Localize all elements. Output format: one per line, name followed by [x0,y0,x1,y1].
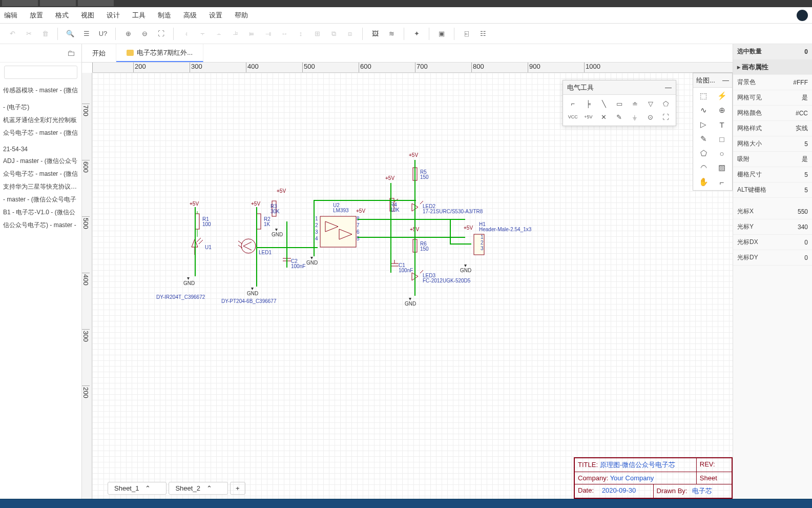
svg-line-6 [199,240,203,244]
menu-view[interactable]: 视图 [81,11,94,20]
chevron-up-icon[interactable]: ⌃ [206,484,212,492]
export-button[interactable]: ⍇ [460,27,474,41]
chevron-up-icon[interactable]: ⌃ [145,484,151,492]
menu-place[interactable]: 放置 [30,11,43,20]
dist-h-button[interactable]: ↔ [277,27,292,41]
cut-button[interactable]: ✂ [22,27,36,41]
menu-edit[interactable]: 编辑 [4,11,17,20]
sheet-tab-1[interactable]: Sheet_1⌃ [108,482,166,495]
tree-item[interactable]: 众号电子芯 - master - (微信 [0,127,81,139]
align-top-button[interactable]: ⫠ [212,27,226,41]
curve-tool-icon[interactable]: ∿ [694,103,713,117]
arc-tool-icon[interactable]: ◠ [694,160,713,175]
bom-button[interactable]: ▣ [434,27,449,41]
tab-start[interactable]: 开始 [82,44,116,62]
pan-tool-icon[interactable]: ✋ [694,175,713,189]
ruler-horizontal: 200 300 400 500 600 700 800 900 1000 [92,63,733,73]
sheet-tab-2[interactable]: Sheet_2⌃ [169,482,227,495]
menu-advanced[interactable]: 高级 [183,11,197,20]
update-button[interactable]: U? [96,27,110,41]
vcc-tool-icon[interactable]: VCC [565,110,580,124]
minimize-icon[interactable]: — [722,76,729,84]
ungroup-button[interactable]: ⧈ [343,27,357,41]
image-tool-icon[interactable]: ▨ [713,160,731,175]
zoom-out-button[interactable]: ⊖ [137,27,152,41]
zoom-fit-button[interactable]: ⛶ [154,27,168,41]
rect-tool-icon[interactable]: □ [713,132,731,146]
delete-button[interactable]: 🗑 [38,27,52,41]
menu-fabrication[interactable]: 制造 [158,11,171,20]
netport-tool-icon[interactable]: ▽ [642,97,658,110]
add-sheet-button[interactable]: + [230,482,245,495]
tree-item[interactable] [0,139,81,144]
grid-align-button[interactable]: ⊞ [310,27,324,41]
minimize-icon[interactable]: — [665,84,672,91]
layers-button[interactable]: ≋ [384,27,399,41]
gnd-tool-icon[interactable]: ⏚ [627,110,642,124]
noconnect-tool-icon[interactable]: ✕ [596,110,612,124]
schematic-canvas[interactable]: +5V +5V +5V +5V +5V +5V +5V +5V R1 100 U… [92,73,733,499]
junction-tool-icon[interactable]: ⊙ [642,110,658,124]
os-taskbar [0,499,812,508]
drawing-tools-panel[interactable]: 绘图... — ⬚ ⚡ ∿ ⊕ ▷ T ✎ □ ⬠ ○ ◠ [693,73,733,191]
electrical-tools-panel[interactable]: 电气工具 — ⌐ ╞ ╲ ▭ ≐ ▽ ⬠ VCC +5V ✕ ✎ [563,80,676,126]
project-tree[interactable]: 传感器模块 - master - (微信 - (电子芯) 机蓝牙通信全彩灯光控制… [0,82,81,499]
tree-item[interactable]: 众号电子芯 - master - (微信 [0,168,81,180]
project-search-input[interactable] [4,66,77,79]
text-tool-icon[interactable]: T [713,117,731,132]
star-button[interactable]: ✦ [409,27,424,41]
menu-help[interactable]: 帮助 [235,11,248,20]
canvas-area: 200 300 400 500 600 700 800 900 1000 700… [82,63,733,499]
netlabel-tool-icon[interactable]: ▭ [612,97,627,110]
polygon-tool-icon[interactable]: ⬠ [694,146,713,160]
folder-icon[interactable]: 🗀 [67,49,75,58]
undo-button[interactable]: ↶ [5,27,19,41]
menu-format[interactable]: 格式 [55,11,69,20]
tree-item[interactable] [0,97,81,101]
properties-panel: 选中数量 0 ▸ 画布属性 背景色#FFF 网格可见是 网格颜色#CC 网格样式… [733,44,812,499]
zoom-in-button[interactable]: ⊕ [121,27,135,41]
menu-settings[interactable]: 设置 [209,11,222,20]
user-avatar[interactable] [797,10,808,21]
tree-item[interactable]: 信公众号电子芯) - master - [0,219,81,232]
arrow-tool-icon[interactable]: ▷ [694,117,713,132]
port-tool-icon[interactable]: ⬠ [658,97,674,110]
wire-tool-icon[interactable]: ⌐ [565,97,580,110]
svg-rect-0 [195,214,199,229]
filter-button[interactable]: ☰ [79,27,94,41]
zap-tool-icon[interactable]: ⚡ [713,89,731,103]
canvas-props-title: ▸ 画布属性 [737,63,808,72]
cursor-tool-icon[interactable]: ⬚ [694,89,713,103]
netflag-tool-icon[interactable]: ≐ [627,97,642,110]
tree-item[interactable]: ADJ - master - (微信公众号 [0,155,81,168]
tree-item[interactable]: 传感器模块 - master - (微信 [0,84,81,97]
tree-item[interactable]: B1 - 电子芯-V1.0 - (微信公 [0,206,81,219]
line-tool-icon[interactable]: ╲ [596,97,612,110]
probe-tool-icon[interactable]: ✎ [612,110,627,124]
search-button[interactable]: 🔍 [63,27,77,41]
5v-tool-icon[interactable]: +5V [580,110,596,124]
align-hcenter-button[interactable]: ⫢ [244,27,259,41]
align-right-button[interactable]: ⫟ [195,27,210,41]
tree-item[interactable]: 21-54-34 [0,144,81,155]
stack-button[interactable]: ☷ [476,27,490,41]
move-tool-icon[interactable]: ⛶ [658,110,674,124]
dist-v-button[interactable]: ↕ [294,27,308,41]
menu-tools[interactable]: 工具 [132,11,145,20]
circle-tool-icon[interactable]: ○ [713,146,731,160]
target-tool-icon[interactable]: ⊕ [713,103,731,117]
pencil-tool-icon[interactable]: ✎ [694,132,713,146]
tree-item[interactable]: 支持华为三星等快充协议-为手 [0,180,81,193]
origin-tool-icon[interactable]: ⌐ [713,175,731,189]
tab-file[interactable]: 电子芯第7期红外... [116,44,203,62]
group-button[interactable]: ⧉ [326,27,341,41]
align-vcenter-button[interactable]: ⫣ [261,27,275,41]
tree-item[interactable]: 机蓝牙通信全彩灯光控制板 [0,114,81,127]
tree-item[interactable]: - (电子芯) [0,101,81,114]
menu-design[interactable]: 设计 [107,11,120,20]
bus-tool-icon[interactable]: ╞ [580,97,596,110]
image-button[interactable]: 🖼 [368,27,382,41]
tree-item[interactable]: - master - (微信公众号电子 [0,193,81,206]
align-left-button[interactable]: ⫞ [179,27,193,41]
align-bottom-button[interactable]: ⫡ [228,27,242,41]
